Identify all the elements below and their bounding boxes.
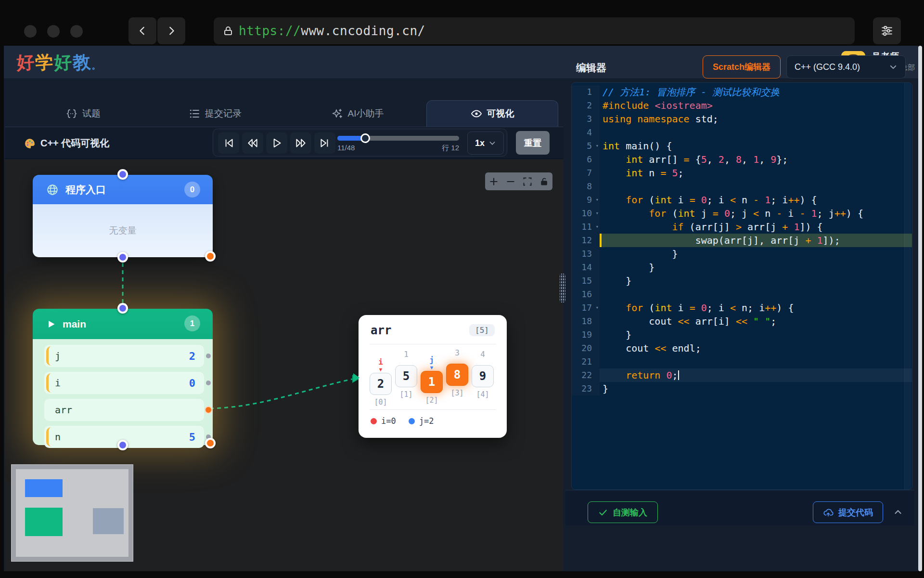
code-line-2[interactable]: 2#include <iostream> <box>572 99 912 112</box>
window-dot-2[interactable] <box>47 25 60 38</box>
variable-row-arr[interactable]: arr <box>44 399 204 421</box>
language-select[interactable]: C++ (GCC 9.4.0) <box>786 55 906 79</box>
skip-end-button[interactable] <box>314 132 335 154</box>
line-number[interactable]: 1 <box>572 85 600 99</box>
code-line-5[interactable]: 5▾int main() { <box>572 139 912 153</box>
fold-arrow-icon[interactable]: ▾ <box>595 220 599 234</box>
site-logo[interactable]: 好学好教。 <box>16 51 101 75</box>
rewind-button[interactable] <box>242 132 263 154</box>
line-number[interactable]: 10▾ <box>572 207 600 220</box>
line-number[interactable]: 22 <box>572 368 600 382</box>
browser-settings-button[interactable] <box>873 17 901 44</box>
fit-view-icon[interactable] <box>523 177 532 186</box>
tab-3[interactable]: AI小助手 <box>309 100 406 127</box>
lock-icon[interactable] <box>539 177 549 186</box>
line-number[interactable]: 2 <box>572 99 600 112</box>
zoom-in-icon[interactable] <box>489 177 499 186</box>
code-line-20[interactable]: 20cout << endl; <box>572 342 912 355</box>
code-line-22[interactable]: 22return 0; <box>572 368 912 382</box>
line-number[interactable]: 11▾ <box>572 220 600 234</box>
main-node-handle-top[interactable] <box>117 303 128 314</box>
variable-row-i[interactable]: i0 <box>44 372 204 394</box>
main-node-handle-out[interactable] <box>205 438 216 448</box>
tab-4[interactable]: 可视化 <box>426 100 558 127</box>
line-number[interactable]: 21 <box>572 355 600 368</box>
tab-1[interactable]: 试题 <box>35 100 131 127</box>
page-scrollbar[interactable] <box>918 46 922 571</box>
slider-knob[interactable] <box>360 133 370 143</box>
code-editor[interactable]: 1// 方法1: 冒泡排序 - 测试比较和交换2#include <iostre… <box>571 82 912 490</box>
browser-back-button[interactable] <box>128 17 156 44</box>
array-inspector-card[interactable]: arr [5] i▼2[0]1 5[1]j▼1[2]3 8[3]4 9[4] i… <box>359 315 507 438</box>
line-number[interactable]: 16 <box>572 288 600 301</box>
code-line-7[interactable]: 7int n = 5; <box>572 166 912 180</box>
line-number[interactable]: 18 <box>572 315 600 328</box>
code-line-8[interactable]: 8 <box>572 180 912 193</box>
fast-forward-button[interactable] <box>290 132 311 154</box>
window-dot-3[interactable] <box>70 25 83 38</box>
fold-arrow-icon[interactable]: ▾ <box>595 193 599 207</box>
step-slider[interactable] <box>337 136 459 141</box>
code-line-11[interactable]: 11▾if (arr[j] > arr[j + 1]) { <box>572 220 912 234</box>
url-bar[interactable]: https://www.cncoding.cn/ <box>214 17 855 44</box>
main-node-handle-bottom[interactable] <box>117 440 128 450</box>
line-number[interactable]: 4 <box>572 126 600 139</box>
code-line-9[interactable]: 9▾for (int i = 0; i < n - 1; i++) { <box>572 193 912 207</box>
editor-scrollbar[interactable] <box>904 83 911 489</box>
line-number[interactable]: 5▾ <box>572 139 600 153</box>
entry-node-handle-bottom[interactable] <box>117 252 128 263</box>
code-line-1[interactable]: 1// 方法1: 冒泡排序 - 测试比较和交换 <box>572 85 912 99</box>
tab-2[interactable]: 提交记录 <box>167 100 263 127</box>
line-number[interactable]: 14 <box>572 261 600 274</box>
zoom-out-icon[interactable] <box>506 177 515 186</box>
line-number[interactable]: 9▾ <box>572 193 600 207</box>
line-number[interactable]: 6 <box>572 153 600 166</box>
code-line-21[interactable]: 21 <box>572 355 912 368</box>
line-number[interactable]: 19 <box>572 328 600 342</box>
variable-handle[interactable] <box>206 381 211 385</box>
code-line-6[interactable]: 6int arr[] = {5, 2, 8, 1, 9}; <box>572 153 912 166</box>
variable-row-j[interactable]: j2 <box>44 345 204 367</box>
fold-arrow-icon[interactable]: ▾ <box>595 207 599 220</box>
line-number[interactable]: 17▾ <box>572 301 600 315</box>
skip-start-button[interactable] <box>218 132 239 154</box>
speed-select[interactable]: 1x <box>467 131 504 155</box>
reset-button[interactable]: 重置 <box>516 131 550 155</box>
code-line-17[interactable]: 17▾for (int i = 0; i < n; i++) { <box>572 301 912 315</box>
line-number[interactable]: 20 <box>572 342 600 355</box>
line-number[interactable]: 12 <box>572 234 600 247</box>
browser-forward-button[interactable] <box>157 17 185 44</box>
variable-handle[interactable] <box>206 354 211 358</box>
submit-code-button[interactable]: 提交代码 <box>813 501 883 523</box>
code-line-16[interactable]: 16 <box>572 288 912 301</box>
entry-node-handle-top[interactable] <box>117 169 128 180</box>
array-connection-handle[interactable] <box>205 406 212 414</box>
code-line-10[interactable]: 10▾for (int j = 0; j < n - i - 1; j++) { <box>572 207 912 220</box>
play-button[interactable] <box>266 132 287 154</box>
code-line-15[interactable]: 15} <box>572 274 912 288</box>
visualization-canvas[interactable]: 程序入口 0 无变量 main 1 j2i0arrn5 <box>5 159 563 571</box>
code-line-18[interactable]: 18cout << arr[i] << " "; <box>572 315 912 328</box>
code-line-19[interactable]: 19} <box>572 328 912 342</box>
scratch-editor-button[interactable]: Scratch编辑器 <box>703 55 781 79</box>
panel-resize-handle[interactable] <box>560 274 565 302</box>
fold-arrow-icon[interactable]: ▾ <box>595 301 599 315</box>
entry-node[interactable]: 程序入口 0 无变量 <box>33 175 213 257</box>
canvas-minimap[interactable] <box>11 464 133 562</box>
line-number[interactable]: 3 <box>572 112 600 126</box>
code-line-13[interactable]: 13} <box>572 247 912 261</box>
fold-arrow-icon[interactable]: ▾ <box>595 139 599 153</box>
code-line-3[interactable]: 3using namespace std; <box>572 112 912 126</box>
code-line-12[interactable]: 12swap(arr[j], arr[j + 1]); <box>572 234 912 247</box>
self-test-button[interactable]: 自测输入 <box>588 501 658 523</box>
line-number[interactable]: 23 <box>572 382 600 395</box>
line-number[interactable]: 7 <box>572 166 600 180</box>
main-node[interactable]: main 1 j2i0arrn5 <box>33 309 213 445</box>
code-line-23[interactable]: 23} <box>572 382 912 395</box>
line-number[interactable]: 15 <box>572 274 600 288</box>
window-dot-1[interactable] <box>24 25 37 38</box>
line-number[interactable]: 8 <box>572 180 600 193</box>
chevron-up-icon[interactable] <box>893 507 903 517</box>
code-line-14[interactable]: 14} <box>572 261 912 274</box>
code-line-4[interactable]: 4 <box>572 126 912 139</box>
